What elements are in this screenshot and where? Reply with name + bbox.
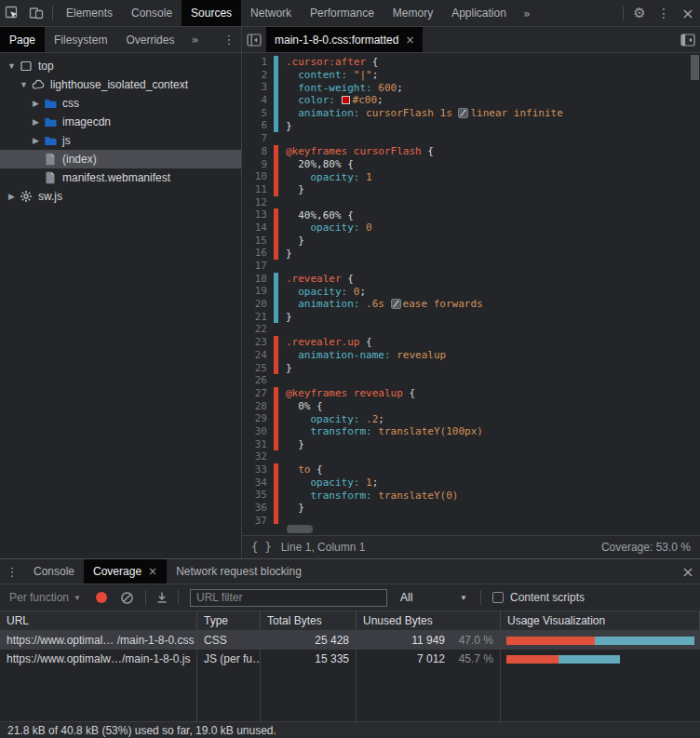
cell-total-bytes: 15 335 [261, 650, 357, 668]
close-tab-icon[interactable]: × [405, 34, 414, 47]
code-text: opacity: .2; [286, 412, 384, 425]
url-filter-input[interactable] [190, 589, 387, 607]
bezier-curve-icon[interactable] [458, 108, 468, 118]
line-number: 15 [242, 235, 274, 248]
code-line: 20 animation: .6s ease forwards [242, 298, 700, 311]
content-scripts-checkbox[interactable] [492, 592, 504, 603]
coverage-used-marker [274, 107, 278, 120]
tab-application[interactable]: Application [442, 0, 516, 26]
code-text: .revealer.up { [286, 336, 372, 349]
usage-bar-used [595, 637, 694, 645]
code-line: 7 [242, 132, 700, 145]
divider [52, 6, 53, 20]
drawer-tab-coverage[interactable]: Coverage× [84, 559, 167, 584]
tab-elements[interactable]: Elements [57, 0, 122, 26]
close-drawer-icon[interactable]: × [676, 559, 700, 584]
editor-horizontal-scrollbar[interactable] [287, 525, 313, 533]
tree-collapsed-arrow-icon[interactable]: ▶ [30, 136, 42, 145]
tree-item-lighthouse-isolated-context[interactable]: ▼lighthouse_isolated_context [0, 75, 241, 94]
line-number: 20 [242, 298, 274, 311]
cell-total-bytes: 25 428 [261, 631, 357, 650]
bezier-curve-icon[interactable] [391, 299, 401, 309]
code-line: 13 40%,60% { [242, 208, 700, 221]
tree-collapsed-arrow-icon[interactable]: ▶ [30, 99, 42, 108]
navigator-tab-page[interactable]: Page [0, 27, 45, 52]
editor-pane: main-1-8-0.css:formatted × 1.cursor:afte… [242, 27, 700, 558]
main-toolbar: ElementsConsoleSourcesNetworkPerformance… [0, 0, 700, 27]
code-text: } [286, 502, 304, 515]
color-swatch-icon[interactable] [342, 96, 350, 104]
tree-item-sw-js[interactable]: ▶sw.js [0, 187, 241, 206]
navigator-tab-filesystem[interactable]: Filesystem [45, 27, 116, 52]
tab-console[interactable]: Console [122, 0, 182, 26]
cell-url: https://www.optimalw…/main-1-8-0.js [0, 650, 197, 668]
code-text: to { [286, 463, 323, 476]
gear-icon [18, 190, 34, 203]
tab-memory[interactable]: Memory [384, 0, 442, 26]
code-line: 25} [242, 362, 700, 375]
column-header-total-bytes[interactable]: Total Bytes [261, 611, 357, 630]
tab-network[interactable]: Network [241, 0, 301, 26]
table-row[interactable]: https://www.optimal… /main-1-8-0.cssCSS2… [0, 631, 700, 650]
file-icon [42, 171, 59, 184]
device-toolbar-icon[interactable] [24, 0, 48, 26]
navigator-tab-overrides[interactable]: Overrides [116, 27, 183, 52]
table-row[interactable]: https://www.optimalw…/main-1-8-0.jsJS (p… [0, 650, 700, 668]
code-line: 29 opacity: .2; [242, 412, 700, 425]
code-editor[interactable]: 1.cursor:after {2 content: "|";3 font-we… [242, 53, 700, 524]
column-header-url[interactable]: URL [0, 611, 197, 630]
code-line: 4 color: #c00; [242, 94, 700, 107]
tree-item-manifest-webmanifest[interactable]: manifest.webmanifest [0, 168, 241, 187]
code-text: opacity: 1 [286, 170, 372, 183]
tree-expanded-arrow-icon[interactable]: ▼ [6, 61, 18, 71]
code-line: 5 animation: cursorFlash 1s linear infin… [242, 107, 700, 120]
tree-item-imagecdn[interactable]: ▶imagecdn [0, 113, 241, 131]
coverage-unused-marker [274, 145, 278, 158]
code-text: 40%,60% { [286, 208, 354, 221]
tree-expanded-arrow-icon[interactable]: ▼ [18, 80, 30, 89]
tab-sources[interactable]: Sources [182, 0, 241, 26]
record-coverage-button[interactable] [96, 592, 107, 603]
inspect-element-icon[interactable] [0, 0, 24, 26]
navigator-menu-icon[interactable]: ⋮ [217, 27, 241, 52]
tree-item-css[interactable]: ▶css [0, 94, 241, 113]
close-devtools-icon[interactable]: × [676, 0, 700, 26]
type-filter-dropdown[interactable]: All ▼ [400, 591, 473, 604]
drawer-tab-console[interactable]: Console [24, 559, 84, 584]
line-number: 5 [242, 107, 274, 120]
code-line: 3 font-weight: 600; [242, 81, 700, 94]
customize-menu-icon[interactable]: ⋮ [652, 0, 676, 26]
column-header-usage-visualization[interactable]: Usage Visualization [501, 611, 700, 630]
tab-performance[interactable]: Performance [301, 0, 384, 26]
code-line: 19 opacity: 0; [242, 285, 700, 298]
pretty-print-icon[interactable]: { } [251, 541, 272, 554]
code-line: 21} [242, 311, 700, 324]
drawer-tab-network-request-blocking[interactable]: Network request blocking [167, 559, 311, 584]
column-header-unused-bytes[interactable]: Unused Bytes [357, 611, 501, 630]
export-coverage-icon[interactable] [155, 591, 168, 604]
clear-coverage-icon[interactable] [120, 591, 134, 605]
toggle-debugger-sidebar-icon[interactable] [676, 27, 700, 52]
line-number: 32 [242, 450, 274, 463]
column-header-type[interactable]: Type [197, 611, 261, 630]
coverage-mode-dropdown[interactable]: Per function ▼ [9, 591, 81, 604]
settings-gear-icon[interactable]: ⚙ [627, 0, 652, 26]
code-text: 20%,80% { [286, 158, 354, 171]
tree-item-js[interactable]: ▶js [0, 131, 241, 150]
tree-collapsed-arrow-icon[interactable]: ▶ [6, 192, 18, 201]
editor-tab-css-formatted[interactable]: main-1-8-0.css:formatted × [266, 27, 423, 52]
drawer-menu-icon[interactable]: ⋮ [0, 559, 24, 584]
tree-item-top[interactable]: ▼top [0, 57, 241, 75]
usage-bar-unused [506, 655, 559, 664]
tree-collapsed-arrow-icon[interactable]: ▶ [30, 117, 42, 127]
coverage-used-marker [274, 285, 278, 298]
hide-navigator-icon[interactable] [242, 27, 266, 52]
line-number: 2 [242, 69, 274, 82]
more-panels-button[interactable]: » [516, 0, 538, 26]
table-empty-area [0, 668, 700, 721]
close-tab-icon[interactable]: × [148, 565, 157, 578]
editor-vertical-scrollbar[interactable] [691, 55, 699, 80]
coverage-used-marker [274, 56, 278, 69]
more-navigator-tabs-button[interactable]: » [183, 27, 206, 52]
tree-item-index[interactable]: (index) [0, 150, 241, 168]
